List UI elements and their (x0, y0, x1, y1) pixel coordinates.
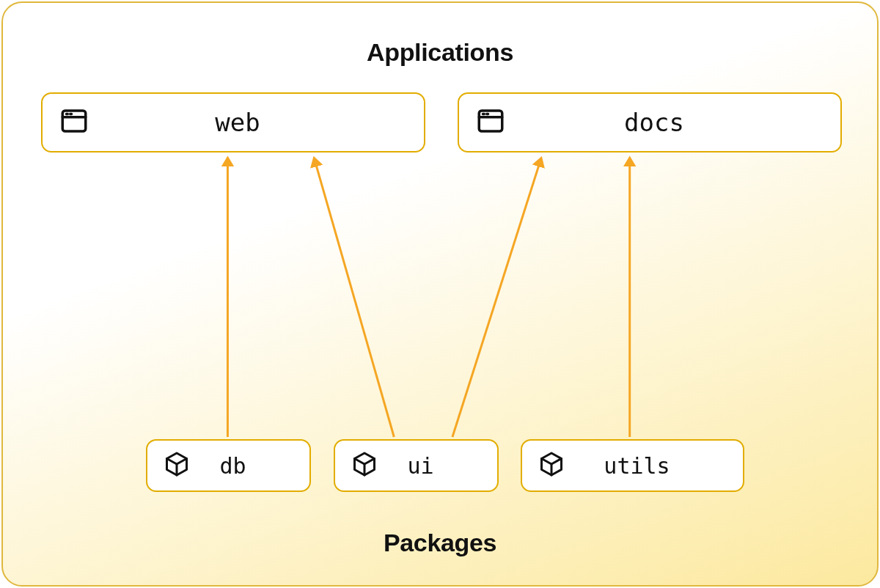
package-icon (351, 451, 378, 480)
window-icon (59, 106, 89, 139)
pkg-node-utils: utils (521, 439, 744, 492)
section-title-applications: Applications (3, 38, 877, 67)
pkg-node-label: db (190, 453, 293, 479)
pkg-node-ui: ui (334, 439, 499, 492)
app-node-web: web (41, 92, 425, 152)
pkg-node-label: ui (378, 453, 481, 479)
package-icon (538, 451, 565, 480)
section-title-packages: Packages (3, 529, 877, 557)
app-node-label: web (89, 108, 408, 137)
diagram-canvas: Applications Packages web docs (1, 1, 879, 587)
pkg-node-db: db (146, 439, 311, 492)
edge-ui-to-web (315, 162, 394, 437)
pkg-node-label: utils (565, 453, 727, 479)
app-node-docs: docs (458, 92, 842, 152)
edge-ui-to-docs (452, 162, 540, 437)
package-icon (164, 451, 190, 480)
dependency-arrows (3, 3, 877, 585)
window-icon (475, 106, 506, 139)
app-node-label: docs (506, 108, 824, 137)
